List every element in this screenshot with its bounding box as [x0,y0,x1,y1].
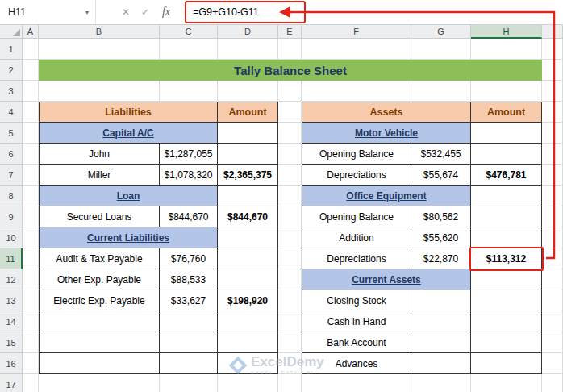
cell-F13[interactable]: Closing Stock [302,290,411,311]
cell-E12[interactable] [278,269,302,290]
section-loan[interactable]: Loan [39,186,218,206]
row-header-9[interactable]: 9 [0,206,23,227]
section-current-liabilities[interactable]: Current Liabilities [39,227,218,248]
cell-G17[interactable] [411,374,471,392]
cell-D4[interactable]: Amount [218,102,278,123]
cell-E17[interactable] [278,374,302,392]
cell-E6[interactable] [278,144,302,165]
cell-A5[interactable] [23,123,39,144]
cell-A14[interactable] [23,311,39,332]
cell-D3[interactable] [218,81,278,102]
cell-H10[interactable] [471,227,542,248]
cell-H5[interactable] [471,123,542,144]
cell-F6[interactable]: Opening Balance [302,144,411,165]
select-all-corner[interactable] [0,25,23,39]
cell-A6[interactable] [23,144,39,165]
column-header-C[interactable]: C [160,25,218,39]
cell-F14[interactable]: Cash in Hand [302,311,411,332]
row-header-5[interactable]: 5 [0,123,23,144]
row-header-1[interactable]: 1 [0,39,23,60]
cell-B17[interactable] [39,374,160,392]
column-header-G[interactable]: G [411,25,471,39]
cell-H12[interactable] [471,269,542,290]
row-header-3[interactable]: 3 [0,81,23,102]
cell-H11[interactable]: $113,312 [471,248,542,269]
cell-C11[interactable]: $76,760 [160,248,218,269]
cell-C14[interactable] [160,311,218,332]
row-header-17[interactable]: 17 [0,374,23,392]
column-header-A[interactable]: A [23,25,39,39]
cell-H9[interactable] [471,206,542,227]
formula-input[interactable]: =G9+G10-G11 [185,1,306,23]
row-header-6[interactable]: 6 [0,144,23,165]
cell-B14[interactable] [39,311,160,332]
cell-H3[interactable] [471,81,542,102]
cell-A11[interactable] [23,248,39,269]
cell-C13[interactable]: $33,627 [160,290,218,311]
liabilities-table-header[interactable]: Liabilities [39,102,218,123]
cell-D15[interactable] [218,332,278,353]
cell-C1[interactable] [160,39,218,60]
name-box-dropdown-icon[interactable]: ▾ [85,9,89,16]
cell-F10[interactable]: Addition [302,227,411,248]
cell-D6[interactable] [218,144,278,165]
cell-B1[interactable] [39,39,160,60]
cell-C15[interactable] [160,332,218,353]
cell-D11[interactable] [218,248,278,269]
cell-C16[interactable] [160,353,218,374]
cell-G13[interactable] [411,290,471,311]
cell-F16[interactable]: Advances [302,353,411,374]
cell-B6[interactable]: John [39,144,160,165]
assets-table-header[interactable]: Assets [302,102,471,123]
cell-B3[interactable] [39,81,160,102]
cell-C12[interactable]: $88,533 [160,269,218,290]
title-banner[interactable]: Tally Balance Sheet [39,60,542,81]
cell-D5[interactable] [218,123,278,144]
cell-G15[interactable] [411,332,471,353]
row-header-7[interactable]: 7 [0,165,23,186]
cell-E1[interactable] [278,39,302,60]
cell-F15[interactable]: Bank Account [302,332,411,353]
cell-H16[interactable] [471,353,542,374]
cell-D12[interactable] [218,269,278,290]
section-motor-vehicle[interactable]: Motor Vehicle [302,123,471,144]
cell-E16[interactable] [278,353,302,374]
cell-A12[interactable] [23,269,39,290]
cell-D16[interactable] [218,353,278,374]
cell-H7[interactable]: $476,781 [471,165,542,186]
cell-E7[interactable] [278,165,302,186]
cell-H6[interactable] [471,144,542,165]
cell-D9[interactable]: $844,670 [218,206,278,227]
cell-F1[interactable] [302,39,411,60]
cell-H8[interactable] [471,186,542,206]
column-header-B[interactable]: B [39,25,160,39]
row-header-14[interactable]: 14 [0,311,23,332]
cell-H15[interactable] [471,332,542,353]
cell-A3[interactable] [23,81,39,102]
cell-E3[interactable] [278,81,302,102]
cell-H17[interactable] [471,374,542,392]
cell-G14[interactable] [411,311,471,332]
cell-G9[interactable]: $80,562 [411,206,471,227]
cell-E4[interactable] [278,102,302,123]
column-header-H[interactable]: H [471,25,542,39]
cell-B16[interactable] [39,353,160,374]
cell-G6[interactable]: $532,455 [411,144,471,165]
cell-E15[interactable] [278,332,302,353]
cell-E5[interactable] [278,123,302,144]
cell-H14[interactable] [471,311,542,332]
cell-B9[interactable]: Secured Loans [39,206,160,227]
column-header-F[interactable]: F [302,25,411,39]
cell-F11[interactable]: Depreciations [302,248,411,269]
cell-B15[interactable] [39,332,160,353]
section-capital-a-c[interactable]: Capital A/C [39,123,218,144]
cell-F7[interactable]: Depreciations [302,165,411,186]
cell-E14[interactable] [278,311,302,332]
cell-C7[interactable]: $1,078,320 [160,165,218,186]
cell-A15[interactable] [23,332,39,353]
cell-H1[interactable] [471,39,542,60]
cell-G10[interactable]: $55,620 [411,227,471,248]
cell-A9[interactable] [23,206,39,227]
row-header-8[interactable]: 8 [0,186,23,206]
insert-function-button[interactable]: fx [156,6,177,19]
